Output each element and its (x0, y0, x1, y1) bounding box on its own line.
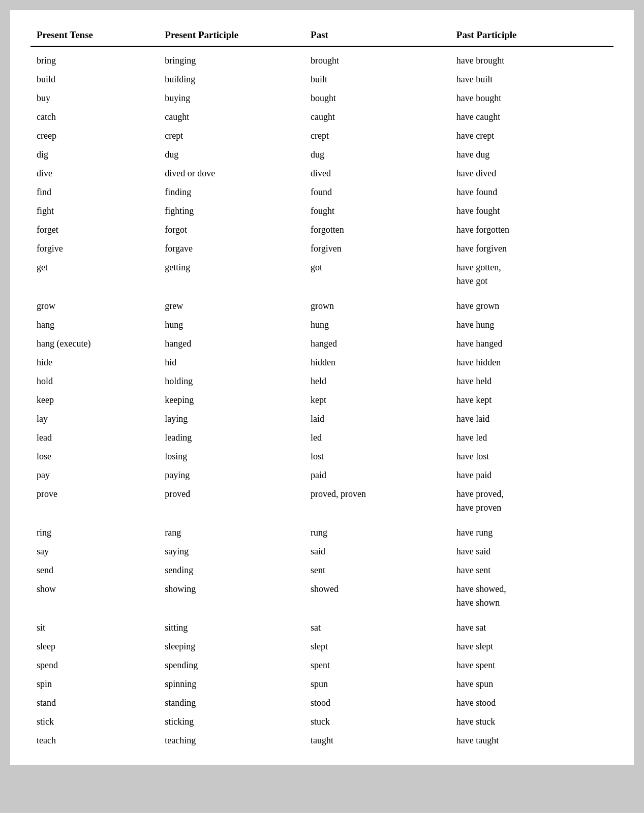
cell-past_participle: have spun (450, 675, 614, 694)
cell-past_participle: have hung (450, 316, 614, 334)
cell-past: crept (304, 127, 450, 145)
table-row: digdugdughave dug (30, 145, 614, 164)
cell-participle: standing (159, 694, 304, 712)
table-row: sitsittingsathave sat (30, 618, 614, 637)
cell-past_participle: have sent (450, 561, 614, 580)
table-row: fightfightingfoughthave fought (30, 202, 614, 221)
cell-past: held (304, 372, 450, 391)
cell-past_participle: have forgotten (450, 221, 614, 239)
table-row: holdholdingheldhave held (30, 372, 614, 391)
cell-past: forgiven (304, 239, 450, 258)
cell-participle: spinning (159, 675, 304, 694)
cell-participle: holding (159, 372, 304, 391)
table-row: showshowingshowedhave showed,have shown (30, 580, 614, 612)
cell-past_participle: have held (450, 372, 614, 391)
cell-past: grown (304, 297, 450, 316)
cell-past: laid (304, 410, 450, 428)
cell-past_participle: have hidden (450, 353, 614, 372)
cell-past: dived (304, 164, 450, 183)
cell-participle: paying (159, 466, 304, 485)
cell-past_participle: have hanged (450, 334, 614, 353)
cell-past: sat (304, 618, 450, 637)
table-row (30, 291, 614, 297)
cell-participle: showing (159, 580, 304, 612)
cell-present: find (30, 183, 159, 202)
table-row: findfindingfoundhave found (30, 183, 614, 202)
cell-past_participle: have proved,have proven (450, 485, 614, 517)
cell-participle: hanged (159, 334, 304, 353)
cell-past: found (304, 183, 450, 202)
cell-past: hung (304, 316, 450, 334)
cell-present: sit (30, 618, 159, 637)
cell-participle: caught (159, 108, 304, 127)
cell-past: fought (304, 202, 450, 221)
cell-past: hanged (304, 334, 450, 353)
cell-present: spin (30, 675, 159, 694)
cell-participle: crept (159, 127, 304, 145)
cell-past: dug (304, 145, 450, 164)
table-row: stickstickingstuckhave stuck (30, 712, 614, 731)
cell-present: fight (30, 202, 159, 221)
cell-present: stand (30, 694, 159, 712)
table-row: teachteachingtaughthave taught (30, 731, 614, 750)
header-row: Present Tense Present Participle Past Pa… (30, 25, 614, 46)
cell-participle: bringing (159, 46, 304, 70)
cell-past: rung (304, 523, 450, 542)
cell-participle: rang (159, 523, 304, 542)
cell-past: led (304, 428, 450, 447)
cell-participle: laying (159, 410, 304, 428)
cell-past: slept (304, 637, 450, 656)
cell-past: brought (304, 46, 450, 70)
cell-present: prove (30, 485, 159, 517)
cell-past_participle: have kept (450, 391, 614, 410)
cell-participle: proved (159, 485, 304, 517)
header-present-participle: Present Participle (159, 25, 304, 46)
cell-past_participle: have bought (450, 89, 614, 108)
cell-participle: sticking (159, 712, 304, 731)
cell-past_participle: have crept (450, 127, 614, 145)
table-row: getgettinggothave gotten,have got (30, 258, 614, 291)
table-row: hidehidhiddenhave hidden (30, 353, 614, 372)
table-row: sleepsleepingslepthave slept (30, 637, 614, 656)
header-past: Past (304, 25, 450, 46)
cell-present: hang (execute) (30, 334, 159, 353)
cell-past: bought (304, 89, 450, 108)
cell-past_participle: have gotten,have got (450, 258, 614, 291)
header-past-participle: Past Participle (450, 25, 614, 46)
cell-past: sent (304, 561, 450, 580)
cell-past: stuck (304, 712, 450, 731)
table-row: hang (execute)hangedhangedhave hanged (30, 334, 614, 353)
cell-past: got (304, 258, 450, 291)
cell-participle: hid (159, 353, 304, 372)
cell-past: stood (304, 694, 450, 712)
cell-participle: dived or dove (159, 164, 304, 183)
cell-past: forgotten (304, 221, 450, 239)
main-container: Present Tense Present Participle Past Pa… (10, 10, 634, 765)
cell-participle: forgot (159, 221, 304, 239)
cell-present: lay (30, 410, 159, 428)
cell-past: lost (304, 447, 450, 466)
table-row: buildbuildingbuilthave built (30, 70, 614, 89)
table-row: saysayingsaidhave said (30, 542, 614, 561)
table-row: sendsendingsenthave sent (30, 561, 614, 580)
cell-past_participle: have brought (450, 46, 614, 70)
cell-past_participle: have paid (450, 466, 614, 485)
table-row: catchcaughtcaughthave caught (30, 108, 614, 127)
cell-participle: dug (159, 145, 304, 164)
cell-present: buy (30, 89, 159, 108)
cell-present: keep (30, 391, 159, 410)
cell-past: caught (304, 108, 450, 127)
cell-past: spun (304, 675, 450, 694)
cell-past_participle: have showed,have shown (450, 580, 614, 612)
table-row (30, 517, 614, 523)
cell-past_participle: have spent (450, 656, 614, 675)
table-row: creepcreptcrepthave crept (30, 127, 614, 145)
cell-participle: sleeping (159, 637, 304, 656)
cell-participle: saying (159, 542, 304, 561)
cell-present: grow (30, 297, 159, 316)
cell-participle: losing (159, 447, 304, 466)
header-present-tense: Present Tense (30, 25, 159, 46)
cell-past_participle: have laid (450, 410, 614, 428)
cell-present: spend (30, 656, 159, 675)
cell-past_participle: have dug (450, 145, 614, 164)
